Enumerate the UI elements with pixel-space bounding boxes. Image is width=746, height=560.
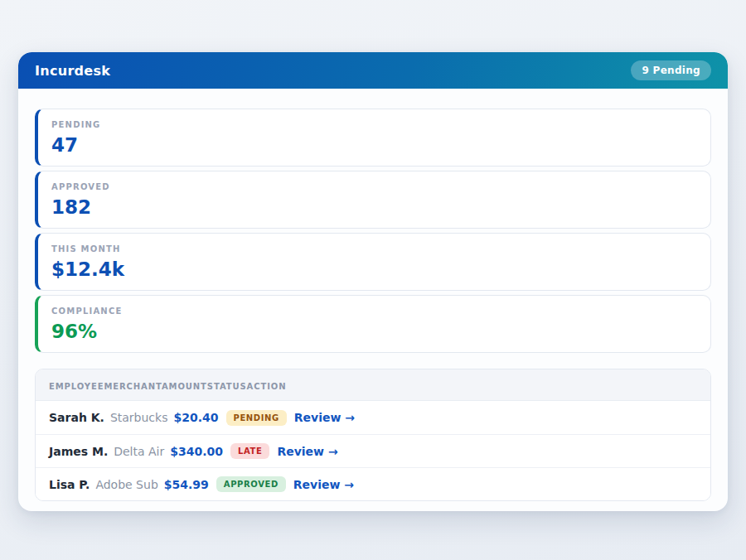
- amount-value: $54.99: [164, 478, 209, 491]
- table-row: Lisa P. Adobe Sub $54.99 APPROVED Review…: [36, 467, 710, 500]
- stat-value: 96%: [51, 321, 697, 341]
- amount-value: $340.00: [170, 445, 223, 458]
- stat-card-pending: PENDING 47: [35, 109, 711, 167]
- column-header-merchant: MERCHANT: [104, 382, 162, 391]
- status-badge: LATE: [230, 443, 269, 459]
- merchant-name: Adobe Sub: [95, 478, 157, 491]
- expense-table: EMPLOYEEMERCHANTAMOUNTSTATUSACTION Sarah…: [35, 369, 711, 501]
- status-badge: PENDING: [226, 410, 287, 426]
- stat-label: COMPLIANCE: [51, 307, 697, 316]
- stat-label: APPROVED: [51, 182, 697, 191]
- stat-card-compliance: COMPLIANCE 96%: [35, 295, 711, 353]
- stat-card-approved: APPROVED 182: [35, 171, 711, 229]
- stat-label: THIS MONTH: [51, 244, 697, 253]
- review-link[interactable]: Review →: [293, 478, 354, 491]
- table-row: Sarah K. Starbucks $20.40 PENDING Review…: [36, 401, 710, 434]
- employee-name: James M.: [49, 445, 108, 458]
- stat-value: $12.4k: [51, 259, 697, 279]
- app-title: Incurdesk: [35, 63, 110, 79]
- stat-value: 47: [51, 135, 697, 155]
- app-header: Incurdesk 9 Pending: [18, 52, 728, 89]
- column-header-action: ACTION: [247, 382, 287, 391]
- column-header-amount: AMOUNT: [162, 382, 207, 391]
- table-row: James M. Delta Air $340.00 LATE Review →: [36, 434, 710, 467]
- app-body: PENDING 47 APPROVED 182 THIS MONTH $12.4…: [18, 89, 728, 501]
- table-header-row: EMPLOYEEMERCHANTAMOUNTSTATUSACTION: [36, 369, 710, 401]
- review-link[interactable]: Review →: [277, 445, 337, 458]
- merchant-name: Delta Air: [114, 445, 164, 458]
- incurdesk-app-card: Incurdesk 9 Pending PENDING 47 APPROVED …: [18, 52, 728, 511]
- merchant-name: Starbucks: [110, 411, 168, 424]
- stat-card-this-month: THIS MONTH $12.4k: [35, 233, 711, 291]
- column-header-employee: EMPLOYEE: [49, 382, 104, 391]
- employee-name: Sarah K.: [49, 411, 104, 424]
- amount-value: $20.40: [173, 411, 218, 424]
- employee-name: Lisa P.: [49, 478, 90, 491]
- stat-value: 182: [51, 197, 697, 217]
- review-link[interactable]: Review →: [294, 411, 355, 424]
- stat-label: PENDING: [51, 120, 697, 129]
- pending-count-badge: 9 Pending: [631, 60, 711, 80]
- column-header-status: STATUS: [207, 382, 247, 391]
- status-badge: APPROVED: [216, 476, 286, 492]
